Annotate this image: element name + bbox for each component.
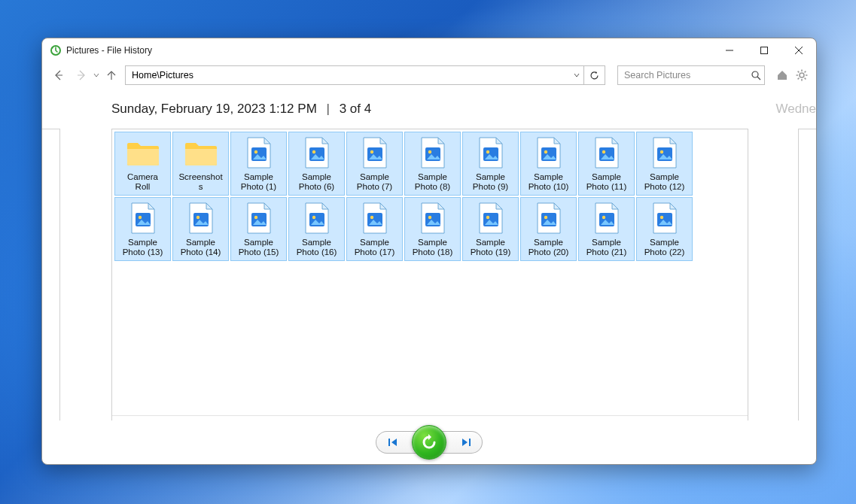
file-item[interactable]: SamplePhoto (7) — [346, 132, 403, 196]
item-label: Photo (1) — [233, 182, 285, 192]
up-button[interactable] — [102, 66, 120, 84]
gear-icon[interactable] — [795, 68, 809, 82]
file-item[interactable]: SamplePhoto (21) — [578, 197, 635, 261]
item-label: Sample — [117, 238, 169, 247]
svg-line-9 — [757, 77, 760, 80]
svg-point-40 — [254, 216, 257, 219]
file-item[interactable]: SamplePhoto (12) — [636, 132, 693, 196]
version-position: 3 of 4 — [340, 102, 372, 116]
image-file-icon — [529, 202, 568, 235]
address-input[interactable] — [126, 66, 570, 84]
file-item[interactable]: SamplePhoto (22) — [636, 197, 693, 261]
item-label: Photo (19) — [465, 247, 516, 257]
svg-point-34 — [660, 150, 663, 153]
svg-point-28 — [486, 150, 489, 153]
svg-point-32 — [602, 150, 605, 153]
folder-item[interactable]: CameraRoll — [114, 132, 171, 196]
recent-locations-icon[interactable] — [93, 71, 99, 80]
item-label: Photo (8) — [407, 182, 458, 192]
forward-button[interactable] — [72, 66, 90, 84]
close-button[interactable] — [781, 38, 816, 62]
folder-item[interactable]: Screenshots — [172, 132, 229, 196]
item-label: Sample — [522, 238, 574, 247]
file-item[interactable]: SamplePhoto (20) — [520, 197, 577, 261]
image-file-icon — [355, 202, 394, 235]
item-label: Sample — [349, 172, 401, 182]
refresh-button[interactable] — [583, 66, 605, 84]
svg-line-18 — [805, 71, 806, 73]
item-label: Photo (14) — [175, 247, 227, 257]
file-item[interactable]: SamplePhoto (9) — [462, 132, 519, 196]
item-label: Sample — [580, 238, 632, 247]
file-item[interactable]: SamplePhoto (10) — [520, 132, 577, 196]
folder-icon — [123, 136, 163, 169]
prev-pane-sliver[interactable] — [42, 129, 60, 421]
item-label: Photo (22) — [638, 247, 690, 257]
item-label: Sample — [233, 238, 285, 247]
item-label: Sample — [349, 238, 401, 247]
item-label: Screenshot — [175, 172, 227, 182]
file-item[interactable]: SamplePhoto (13) — [114, 197, 171, 261]
back-button[interactable] — [50, 66, 68, 84]
svg-point-46 — [428, 216, 431, 219]
svg-line-17 — [798, 78, 800, 80]
item-label: Sample — [522, 172, 574, 182]
search-icon[interactable] — [748, 71, 764, 80]
file-item[interactable]: SamplePhoto (17) — [346, 197, 403, 261]
item-label: Photo (9) — [465, 182, 516, 192]
item-label: Sample — [638, 172, 690, 182]
image-file-icon — [587, 202, 626, 235]
toolbar-right-icons — [775, 68, 809, 82]
address-bar — [125, 65, 605, 85]
svg-point-48 — [486, 216, 489, 219]
next-pane-sliver[interactable] — [798, 129, 816, 421]
item-label: Sample — [638, 238, 690, 247]
file-item[interactable]: SamplePhoto (11) — [578, 132, 635, 196]
titlebar[interactable]: Pictures - File History — [42, 38, 816, 62]
svg-point-44 — [370, 216, 373, 219]
svg-point-50 — [544, 216, 547, 219]
home-icon[interactable] — [775, 68, 789, 82]
item-label: Photo (11) — [580, 182, 632, 192]
minimize-button[interactable] — [712, 38, 747, 62]
item-label: Photo (18) — [407, 247, 458, 257]
item-label: Camera — [117, 172, 169, 182]
image-file-icon — [413, 202, 452, 235]
item-label: Photo (15) — [233, 247, 285, 257]
header-divider: | — [327, 102, 330, 116]
file-item[interactable]: SamplePhoto (6) — [288, 132, 345, 196]
toolbar — [42, 62, 816, 93]
image-file-icon — [239, 136, 279, 169]
item-label: Photo (7) — [349, 182, 401, 192]
item-label: Sample — [407, 172, 458, 182]
folder-icon — [181, 136, 221, 169]
svg-point-26 — [428, 150, 431, 153]
search-input[interactable] — [618, 70, 748, 80]
svg-point-38 — [196, 216, 199, 219]
file-item[interactable]: SamplePhoto (16) — [288, 197, 345, 261]
file-item[interactable]: SamplePhoto (1) — [230, 132, 287, 196]
address-dropdown-icon[interactable] — [570, 66, 583, 84]
file-item[interactable]: SamplePhoto (8) — [404, 132, 461, 196]
svg-rect-61 — [469, 439, 471, 446]
items-grid[interactable]: CameraRoll Screenshots SamplePhoto (1) S… — [112, 129, 748, 415]
app-icon — [50, 44, 62, 56]
file-item[interactable]: SamplePhoto (19) — [462, 197, 519, 261]
file-history-window: Pictures - File History — [41, 38, 817, 465]
content-area: Sunday, February 19, 2023 1:12 PM | 3 of… — [42, 93, 816, 421]
file-item[interactable]: SamplePhoto (14) — [172, 197, 229, 261]
restore-button[interactable] — [412, 425, 446, 460]
svg-point-54 — [660, 216, 663, 219]
item-label: Photo (6) — [291, 182, 343, 192]
window-controls — [712, 38, 816, 62]
svg-point-52 — [602, 216, 605, 219]
file-item[interactable]: SamplePhoto (18) — [404, 197, 461, 261]
image-file-icon — [297, 136, 337, 169]
file-item[interactable]: SamplePhoto (15) — [230, 197, 287, 261]
image-file-icon — [355, 136, 394, 169]
item-label: Photo (17) — [349, 247, 401, 257]
version-header: Sunday, February 19, 2023 1:12 PM | 3 of… — [111, 102, 371, 117]
svg-point-30 — [544, 150, 547, 153]
maximize-button[interactable] — [747, 38, 781, 62]
item-label: Sample — [465, 238, 516, 247]
